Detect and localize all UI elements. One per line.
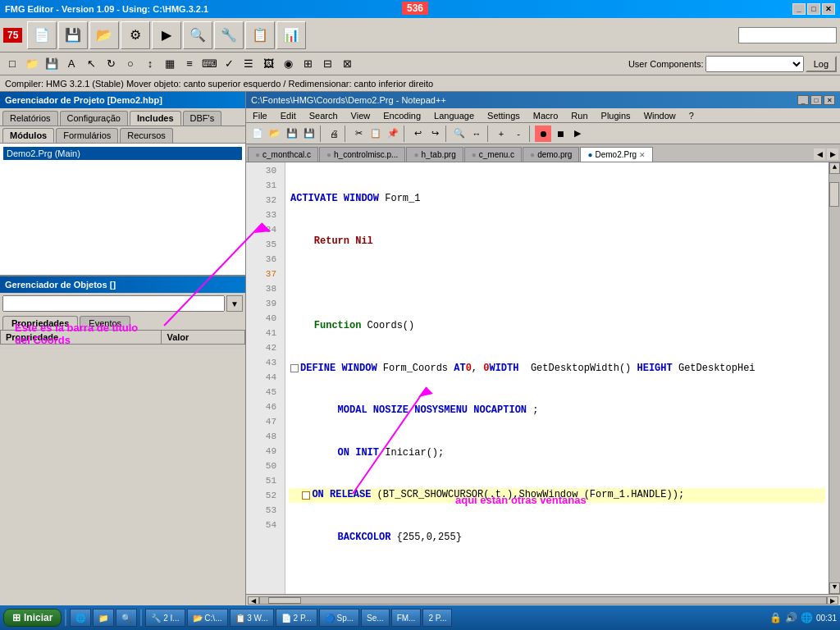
ed-record-btn[interactable]: ⏺ bbox=[535, 126, 551, 142]
tab-includes[interactable]: Includes bbox=[130, 111, 181, 126]
ed-print-btn[interactable]: 🖨 bbox=[326, 126, 342, 142]
tb2-radio-btn[interactable]: ◉ bbox=[279, 55, 297, 73]
editor-minimize-button[interactable]: _ bbox=[797, 95, 809, 105]
taskbar-item-se[interactable]: Se... bbox=[361, 609, 390, 627]
start-button[interactable]: ⊞ Iniciar bbox=[3, 609, 62, 627]
tb2-table-btn[interactable]: ▦ bbox=[161, 55, 179, 73]
scroll-up-btn[interactable]: ▲ bbox=[829, 162, 840, 174]
new-button[interactable]: 📄 bbox=[27, 21, 57, 49]
tb2-font-btn[interactable]: A bbox=[62, 55, 80, 73]
taskbar-item-hmg2i[interactable]: 🔧 2 I... bbox=[145, 609, 185, 627]
tb2-check-btn[interactable]: ✓ bbox=[220, 55, 238, 73]
tb2-misc-btn[interactable]: ⊠ bbox=[338, 55, 356, 73]
tab-modulos[interactable]: Módulos bbox=[2, 128, 54, 143]
taskbar-item-c[interactable]: 📂 C:\... bbox=[187, 609, 228, 627]
taskbar-item-2p2[interactable]: 2 P... bbox=[422, 609, 452, 627]
tab-demo2[interactable]: ● Demo2.Prg ✕ bbox=[580, 147, 653, 162]
tb2-cursor-btn[interactable]: ↕ bbox=[141, 55, 159, 73]
close-button[interactable]: ✕ bbox=[822, 3, 835, 15]
menu-run[interactable]: Run bbox=[568, 110, 591, 121]
tools-button[interactable]: 🔧 bbox=[214, 21, 244, 49]
tb2-arrow-btn[interactable]: ↖ bbox=[82, 55, 100, 73]
scroll-thumb[interactable] bbox=[829, 182, 839, 207]
user-components-select[interactable] bbox=[705, 56, 804, 72]
ed-paste-btn[interactable]: 📌 bbox=[385, 126, 401, 142]
tb2-save-btn[interactable]: 💾 bbox=[43, 55, 61, 73]
tab-c-monthcal[interactable]: ● c_monthcal.c bbox=[248, 147, 318, 162]
tab-c-menu[interactable]: ● c_menu.c bbox=[464, 147, 522, 162]
ed-prev-tab-btn[interactable]: ◀ bbox=[814, 148, 825, 160]
ed-stop-btn[interactable]: ⏹ bbox=[552, 126, 568, 142]
taskbar-item-search[interactable]: 🔍 bbox=[116, 609, 137, 627]
tab-demo[interactable]: ● demo.prg bbox=[523, 147, 579, 162]
menu-edit[interactable]: Edit bbox=[277, 110, 299, 121]
menu-window[interactable]: Window bbox=[641, 110, 679, 121]
ed-open-btn[interactable]: 📂 bbox=[267, 126, 283, 142]
ed-zoom-out-btn[interactable]: - bbox=[510, 126, 527, 142]
tb2-grid-btn[interactable]: ⊟ bbox=[318, 55, 336, 73]
ed-redo-btn[interactable]: ↪ bbox=[427, 126, 443, 142]
taskbar-item-explorer[interactable]: 📁 bbox=[93, 609, 114, 627]
debug-button[interactable]: 🔍 bbox=[183, 21, 212, 49]
ed-new-btn[interactable]: 📄 bbox=[249, 126, 266, 142]
tb2-circle-btn[interactable]: ○ bbox=[121, 55, 139, 73]
ed-play-btn[interactable]: ▶ bbox=[569, 126, 586, 142]
tb2-tab-btn[interactable]: ⊞ bbox=[299, 55, 317, 73]
h-scroll-thumb[interactable] bbox=[268, 597, 301, 604]
object-search-input[interactable] bbox=[2, 295, 225, 312]
scroll-right-btn[interactable]: ▶ bbox=[827, 596, 838, 605]
ed-saveall-btn[interactable]: 💾 bbox=[301, 126, 317, 142]
save-button[interactable]: 💾 bbox=[58, 21, 88, 49]
ed-replace-btn[interactable]: ↔ bbox=[468, 126, 485, 142]
tb2-img-btn[interactable]: 🖼 bbox=[259, 55, 277, 73]
tb2-rotate-btn[interactable]: ↻ bbox=[102, 55, 120, 73]
tb2-align-btn[interactable]: ≡ bbox=[180, 55, 199, 73]
menu-help[interactable]: ? bbox=[686, 110, 697, 121]
tb2-open-btn[interactable]: 📁 bbox=[23, 55, 41, 73]
tb2-code-btn[interactable]: ⌨ bbox=[200, 55, 218, 73]
ed-find-btn[interactable]: 🔍 bbox=[451, 126, 468, 142]
editor-content[interactable]: 30 31 32 33 34 35 36 37 38 39 40 41 42 4… bbox=[246, 162, 840, 594]
toolbar-search-input[interactable] bbox=[738, 27, 837, 43]
taskbar-item-3w[interactable]: 📋 3 W... bbox=[230, 609, 274, 627]
menu-view[interactable]: View bbox=[348, 110, 374, 121]
editor-close-button[interactable]: ✕ bbox=[824, 95, 835, 105]
vertical-scrollbar[interactable]: ▲ ▼ bbox=[829, 162, 840, 594]
menu-macro[interactable]: Macro bbox=[530, 110, 562, 121]
maximize-button[interactable]: □ bbox=[807, 3, 820, 15]
scroll-down-btn[interactable]: ▼ bbox=[829, 582, 840, 594]
taskbar-item-2p1[interactable]: 📄 2 P... bbox=[276, 609, 317, 627]
menu-file[interactable]: File bbox=[249, 110, 271, 121]
ed-save-btn[interactable]: 💾 bbox=[284, 126, 300, 142]
ed-next-tab-btn[interactable]: ▶ bbox=[827, 148, 838, 160]
form-button[interactable]: 📋 bbox=[245, 21, 275, 49]
tab-relatorios[interactable]: Relatórios bbox=[2, 111, 58, 126]
tb2-new-btn[interactable]: □ bbox=[3, 55, 21, 73]
run-button[interactable]: ▶ bbox=[152, 21, 181, 49]
code-editor[interactable]: ACTIVATE WINDOW Form_1 Return Nil Functi… bbox=[285, 162, 829, 594]
menu-search[interactable]: Search bbox=[306, 110, 341, 121]
menu-settings[interactable]: Settings bbox=[484, 110, 523, 121]
menu-encoding[interactable]: Encoding bbox=[380, 110, 424, 121]
log-button[interactable]: Log bbox=[806, 56, 837, 72]
open-button[interactable]: 📂 bbox=[89, 21, 119, 49]
tab-h-controlmisc[interactable]: ● h_controlmisc.p... bbox=[319, 147, 405, 162]
scroll-track[interactable] bbox=[829, 174, 840, 582]
minimize-button[interactable]: _ bbox=[792, 3, 806, 15]
tree-item-demo2[interactable]: Demo2.Prg (Main) bbox=[3, 147, 242, 160]
editor-maximize-button[interactable]: □ bbox=[810, 95, 822, 105]
ed-zoom-in-btn[interactable]: + bbox=[493, 126, 509, 142]
ed-cut-btn[interactable]: ✂ bbox=[350, 126, 367, 142]
menu-plugins[interactable]: Plugins bbox=[598, 110, 634, 121]
tb2-list-btn[interactable]: ☰ bbox=[240, 55, 258, 73]
compile-button[interactable]: ⚙ bbox=[121, 21, 150, 49]
tab-close-demo2[interactable]: ✕ bbox=[639, 151, 646, 159]
h-scroll-track[interactable] bbox=[259, 596, 827, 605]
menu-language[interactable]: Language bbox=[431, 110, 477, 121]
tab-h-tab[interactable]: ● h_tab.prg bbox=[406, 147, 463, 162]
extra-button[interactable]: 📊 bbox=[276, 21, 306, 49]
taskbar-item-icons[interactable]: 🌐 bbox=[70, 609, 91, 627]
object-dropdown-button[interactable]: ▼ bbox=[226, 295, 243, 312]
taskbar-item-fm[interactable]: FM... bbox=[391, 609, 422, 627]
ed-copy-btn[interactable]: 📋 bbox=[368, 126, 384, 142]
